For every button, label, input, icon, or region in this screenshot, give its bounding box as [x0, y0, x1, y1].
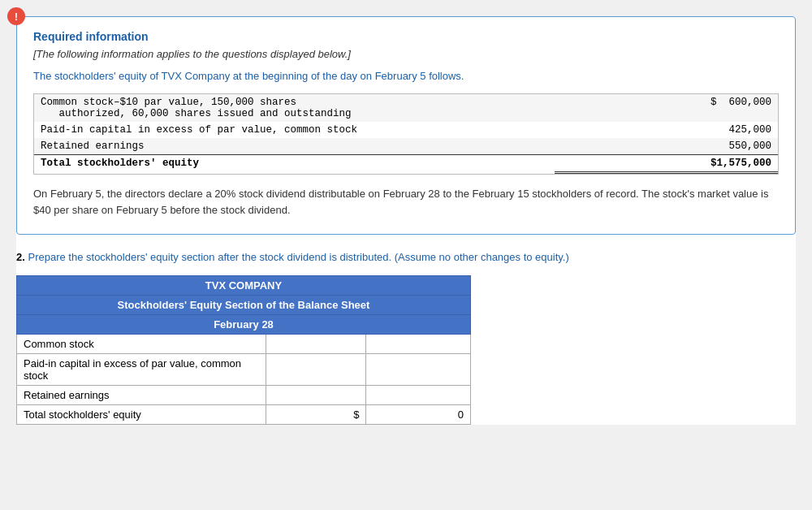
common-stock-value	[366, 334, 471, 353]
table-row: Paid-in capital in excess of par value, …	[34, 122, 778, 138]
exclamation-icon: !	[7, 7, 25, 25]
paid-in-value	[366, 353, 471, 385]
intro-text: The stockholders' equity of TVX Company …	[33, 70, 779, 82]
required-info-box: ! Required information [The following in…	[16, 16, 796, 235]
total-dollar-sign: $	[266, 404, 366, 424]
table-row: Retained earnings 550,000	[34, 138, 778, 155]
required-info-title: Required information	[33, 30, 779, 43]
date-header: February 28	[17, 314, 471, 334]
paid-in-label: Paid-in capital in excess of par value, …	[17, 353, 266, 385]
footnote-text: On February 5, the directors declare a 2…	[33, 186, 779, 218]
applies-text: [The following information applies to th…	[33, 48, 779, 60]
table-row-total: Total stockholders' equity $1,575,000	[34, 155, 778, 173]
question-text: 2. Prepare the stockholders' equity sect…	[16, 249, 796, 266]
retained-value	[366, 385, 471, 404]
row-label: Paid-in capital in excess of par value, …	[34, 122, 555, 138]
question-body: Prepare the stockholders' equity section…	[28, 251, 568, 263]
row-value: $ 600,000	[555, 94, 778, 122]
common-stock-label: Common stock	[17, 334, 266, 353]
equity-table: TVX COMPANY Stockholders' Equity Section…	[16, 275, 471, 425]
total-equity-label: Total stockholders' equity	[17, 404, 266, 424]
question-number: 2.	[16, 251, 25, 263]
equity-row-retained: Retained earnings	[17, 385, 471, 404]
equity-row-common-stock: Common stock	[17, 334, 471, 353]
equity-row-total: Total stockholders' equity $ 0	[17, 404, 471, 424]
row-value: 425,000	[555, 122, 778, 138]
total-label: Total stockholders' equity	[34, 155, 555, 173]
common-stock-input-cell[interactable]	[266, 334, 366, 353]
row-label: Common stock–$10 par value, 150,000 shar…	[34, 94, 555, 122]
paid-in-input[interactable]	[273, 363, 359, 375]
retained-earnings-label: Retained earnings	[17, 385, 266, 404]
total-value: $1,575,000	[555, 155, 778, 173]
retained-input-cell[interactable]	[266, 385, 366, 404]
common-stock-input[interactable]	[273, 338, 359, 350]
table-row: Common stock–$10 par value, 150,000 shar…	[34, 94, 778, 122]
equity-row-paid-in: Paid-in capital in excess of par value, …	[17, 353, 471, 385]
company-name-header: TVX COMPANY	[17, 275, 471, 295]
row-label: Retained earnings	[34, 138, 555, 155]
total-equity-value: 0	[366, 404, 471, 424]
section-title-header: Stockholders' Equity Section of the Bala…	[17, 295, 471, 314]
financial-data-table: Common stock–$10 par value, 150,000 shar…	[33, 93, 779, 175]
question-2-section: 2. Prepare the stockholders' equity sect…	[16, 249, 796, 425]
retained-input[interactable]	[273, 389, 359, 401]
row-value: 550,000	[555, 138, 778, 155]
paid-in-input-cell[interactable]	[266, 353, 366, 385]
equity-table-wrapper: TVX COMPANY Stockholders' Equity Section…	[16, 275, 471, 425]
